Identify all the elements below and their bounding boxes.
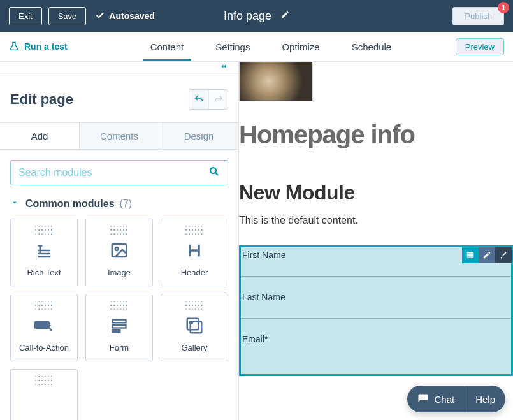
module-header[interactable]: :::::::::::: Header	[161, 219, 228, 286]
collapse-icon[interactable]	[218, 62, 229, 73]
help-button[interactable]: Help	[465, 386, 505, 412]
svg-rect-9	[187, 319, 199, 330]
brush-icon	[499, 250, 508, 259]
grip-icon: ::::::::::::	[34, 226, 53, 232]
module-gallery[interactable]: :::::::::::: Gallery	[161, 294, 228, 361]
module-label: Rich Text	[27, 268, 61, 277]
module-toolbar	[462, 247, 512, 263]
module-form[interactable]: :::::::::::: Form	[85, 294, 153, 361]
exit-button[interactable]: Exit	[9, 7, 42, 25]
grip-icon: ::::::::::::	[110, 226, 128, 232]
save-button[interactable]: Save	[48, 7, 87, 25]
svg-point-10	[190, 321, 192, 324]
search-icon[interactable]	[208, 166, 220, 180]
grip-icon: ::::::::::::	[185, 301, 203, 307]
canvas-h1[interactable]: Homepage info	[239, 120, 513, 149]
module-tool-edit[interactable]	[479, 247, 495, 263]
module-rich-text[interactable]: :::::::::::: Rich Text	[10, 219, 78, 286]
preview-button[interactable]: Preview	[456, 38, 504, 55]
flask-icon	[9, 41, 19, 52]
tab-optimize[interactable]: Optimize	[282, 34, 319, 60]
chat-dock: Chat Help	[407, 386, 505, 412]
module-cta[interactable]: :::::::::::: Call-to-Action	[10, 294, 78, 361]
form-icon	[110, 311, 128, 340]
autosaved-status[interactable]: Autosaved	[95, 10, 155, 22]
tab-schedule[interactable]: Schedule	[352, 34, 392, 60]
module-label: Call-to-Action	[19, 343, 69, 352]
cta-icon	[33, 311, 55, 340]
svg-point-3	[115, 247, 119, 250]
svg-line-1	[215, 173, 218, 175]
module-extra[interactable]: ::::::::::::	[10, 369, 78, 420]
chat-label: Chat	[434, 394, 454, 405]
canvas-image[interactable]	[239, 62, 313, 101]
module-tool-style[interactable]	[495, 247, 512, 263]
edit-header: Edit page	[0, 74, 238, 122]
canvas-inner: Homepage info New Module This is the def…	[239, 62, 513, 376]
undo-redo	[189, 89, 228, 110]
svg-rect-7	[113, 330, 120, 333]
undo-icon	[194, 94, 204, 105]
svg-rect-11	[467, 252, 474, 253]
section-name: Common modules	[25, 198, 115, 210]
svg-rect-6	[113, 325, 126, 328]
publish-button[interactable]: Publish	[452, 7, 504, 25]
autosaved-label: Autosaved	[109, 11, 155, 21]
canvas-h2[interactable]: New Module	[239, 181, 513, 205]
field-email-input[interactable]	[241, 345, 511, 361]
chat-icon	[417, 393, 429, 405]
collapse-bar	[0, 62, 238, 74]
top-bar: Exit Save Autosaved Info page Publish 1	[0, 0, 513, 32]
chat-button[interactable]: Chat	[407, 386, 465, 412]
edit-page-title: Edit page	[10, 91, 73, 108]
nav-tabs: Content Settings Optimize Schedule	[150, 34, 392, 60]
grip-icon: ::::::::::::	[185, 226, 203, 232]
field-first-name-input[interactable]	[241, 261, 511, 277]
image-icon	[110, 236, 129, 265]
module-image[interactable]: :::::::::::: Image	[85, 219, 153, 286]
page-title: Info page	[224, 10, 271, 23]
module-tool-layout[interactable]	[462, 247, 479, 263]
section-head[interactable]: Common modules (7)	[0, 196, 238, 219]
module-label: Image	[108, 268, 131, 277]
search-input[interactable]	[18, 167, 208, 178]
tab-content[interactable]: Content	[150, 34, 184, 60]
svg-rect-13	[467, 256, 474, 257]
field-last-name-label: Last Name	[241, 289, 511, 303]
section-count: (7)	[120, 198, 133, 210]
run-test-button[interactable]: Run a test	[9, 41, 68, 52]
panel-tabs: Add Contents Design	[0, 122, 238, 150]
publish-badge: 1	[498, 2, 509, 13]
module-label: Header	[181, 268, 208, 277]
search-box[interactable]	[10, 160, 228, 185]
form-module-selected[interactable]: First Name Last Name Email*	[239, 245, 513, 376]
sidebar: Edit page Add Contents Design	[0, 62, 239, 420]
edit-title-icon[interactable]	[280, 10, 289, 22]
canvas-paragraph[interactable]: This is the default content.	[239, 215, 513, 226]
panel-tab-contents[interactable]: Contents	[79, 123, 159, 149]
search-wrap	[0, 150, 238, 196]
tab-settings[interactable]: Settings	[215, 34, 250, 60]
panel-tab-add[interactable]: Add	[0, 123, 79, 149]
module-label: Gallery	[181, 343, 207, 352]
page-title-wrap: Info page	[224, 10, 289, 23]
gallery-icon	[185, 311, 204, 340]
main: Edit page Add Contents Design	[0, 62, 513, 420]
field-email-label: Email*	[241, 331, 511, 345]
grip-icon: ::::::::::::	[34, 376, 53, 382]
module-label: Form	[110, 343, 129, 352]
run-test-label: Run a test	[24, 41, 68, 52]
module-grid: :::::::::::: Rich Text :::::::::::: Imag…	[0, 219, 238, 420]
panel-tab-design[interactable]: Design	[159, 123, 238, 149]
redo-button[interactable]	[208, 90, 228, 109]
canvas: Homepage info New Module This is the def…	[239, 62, 513, 420]
svg-rect-12	[467, 254, 474, 256]
undo-button[interactable]	[189, 90, 208, 109]
layout-icon	[466, 250, 475, 259]
field-last-name-input[interactable]	[241, 303, 511, 319]
svg-point-0	[210, 168, 216, 173]
header-icon	[185, 236, 203, 265]
pencil-icon	[482, 250, 491, 259]
svg-rect-5	[113, 320, 126, 323]
grip-icon: ::::::::::::	[110, 301, 128, 307]
